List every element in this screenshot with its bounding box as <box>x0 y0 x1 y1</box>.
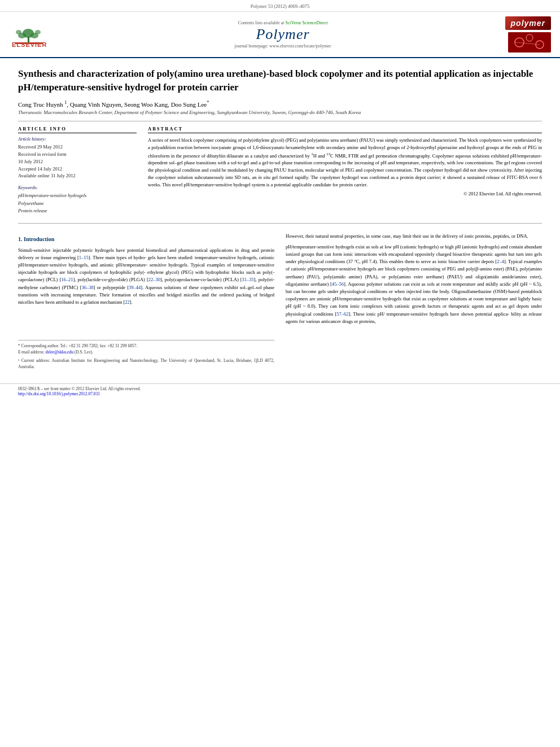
email-address[interactable]: dslee@skku.edu <box>46 350 73 355</box>
received-revised-date: 10 July 2012 <box>18 158 137 165</box>
body-col-right: However, their natural neutral propertie… <box>286 233 542 370</box>
footer-doi[interactable]: http://dx.doi.org/10.1016/j.polymer.2012… <box>18 391 542 396</box>
journal-homepage: journal homepage: www.elsevier.com/locat… <box>67 43 499 49</box>
main-content: Synthesis and characterization of poly(a… <box>0 58 560 379</box>
ref-36-38: 36–38 <box>81 285 93 290</box>
received-revised-label: Received in revised form <box>18 151 137 158</box>
svg-text:ELSEVIER: ELSEVIER <box>12 41 47 48</box>
divider-1 <box>18 121 542 121</box>
ref-39-44: 39–44 <box>129 285 141 290</box>
ref-1-15: 1–15 <box>79 255 89 260</box>
footer: 0032-3861/$ – see front matter © 2012 El… <box>0 383 560 399</box>
article-info-heading: ARTICLE INFO <box>18 126 137 133</box>
available-online: Available online 31 July 2012 <box>18 172 137 180</box>
section1-para2: However, their natural neutral propertie… <box>286 233 542 240</box>
ref-31-35: 31–35 <box>242 277 254 282</box>
ref-22-30: 22–30 <box>148 277 160 282</box>
footnote-1: ¹ Current address: Australian Institute … <box>18 357 274 370</box>
copyright-text: © 2012 Elsevier Ltd. All rights reserved… <box>148 190 542 198</box>
affiliation: Theranostic Macromolecules Research Cent… <box>18 110 542 115</box>
body-section: 1. Introduction Stimuli-sensitive inject… <box>18 233 542 370</box>
section1-para1: Stimuli-sensitive injectable polymeric h… <box>18 247 274 306</box>
keyword-2: Polyurethane <box>18 200 137 208</box>
email-line: E-mail address: dslee@skku.edu (D.S. Lee… <box>18 349 274 355</box>
article-title: Synthesis and characterization of poly(a… <box>18 67 542 94</box>
svg-point-5 <box>16 30 21 34</box>
polymer-logo: polymer <box>506 16 551 53</box>
abstract-heading: ABSTRACT <box>148 126 542 133</box>
section1-title: 1. Introduction <box>18 235 274 243</box>
received-date: Received 29 May 2012 <box>18 143 137 151</box>
journal-title-display: Polymer <box>67 27 499 43</box>
keywords-list: pH/temperature-sensitive hydrogels Polyu… <box>18 192 137 215</box>
top-bar: Polymer 53 (2012) 4069–4075 <box>0 0 560 12</box>
info-abstract-section: ARTICLE INFO Article history: Received 2… <box>18 126 542 215</box>
abstract-text: A series of novel block copolymer compri… <box>148 137 542 198</box>
ref-22: 22 <box>125 299 130 305</box>
ref-16-21: 16–21 <box>61 277 73 282</box>
corresponding-author: * Corresponding author. Tel.: +82 31 290… <box>18 343 274 349</box>
article-info-col: ARTICLE INFO Article history: Received 2… <box>18 126 137 215</box>
ref-57-62: 57–62 <box>336 311 348 317</box>
footnotes: * Corresponding author. Tel.: +82 31 290… <box>18 340 274 370</box>
section1-para3: pH/temperature-sensitive hydrogels exist… <box>286 243 542 325</box>
keywords-title: Keywords: <box>18 185 137 190</box>
ref-2-4: 2–4 <box>497 259 504 264</box>
elsevier-logo: ELSEVIER <box>9 20 60 49</box>
divider-2 <box>18 223 542 224</box>
journal-center: Contents lists available at SciVerse Sci… <box>67 20 499 49</box>
page: Polymer 53 (2012) 4069–4075 <box>0 0 560 747</box>
and-text: and <box>466 274 473 279</box>
polymer-logo-text: polymer <box>505 16 551 30</box>
sciverse-link[interactable]: SciVerse ScienceDirect <box>286 20 328 25</box>
svg-point-6 <box>35 30 41 34</box>
ref-45-56: 45–56 <box>332 281 344 287</box>
sciverse-text: Contents lists available at SciVerse Sci… <box>67 20 499 25</box>
history-title: Article history: <box>18 137 137 142</box>
journal-volume-info: Polymer 53 (2012) 4069–4075 <box>251 3 310 9</box>
keyword-3: Protein release <box>18 207 137 215</box>
keyword-1: pH/temperature-sensitive hydrogels <box>18 192 137 200</box>
email-person: (D.S. Lee). <box>75 350 93 355</box>
accepted-date: Accepted 14 July 2012 <box>18 165 137 173</box>
journal-header: ELSEVIER Contents lists available at Sci… <box>0 12 560 58</box>
footer-issn: 0032-3861/$ – see front matter © 2012 El… <box>18 386 542 391</box>
email-label: E-mail address: <box>18 350 45 355</box>
elsevier-logo-svg: ELSEVIER <box>9 20 60 48</box>
polymer-logo-image <box>508 32 551 53</box>
abstract-col: ABSTRACT A series of novel block copolym… <box>148 126 542 215</box>
authors: Cong Truc Huynh 1, Quang Vinh Nguyen, Se… <box>18 100 542 108</box>
body-col-left: 1. Introduction Stimuli-sensitive inject… <box>18 233 274 370</box>
